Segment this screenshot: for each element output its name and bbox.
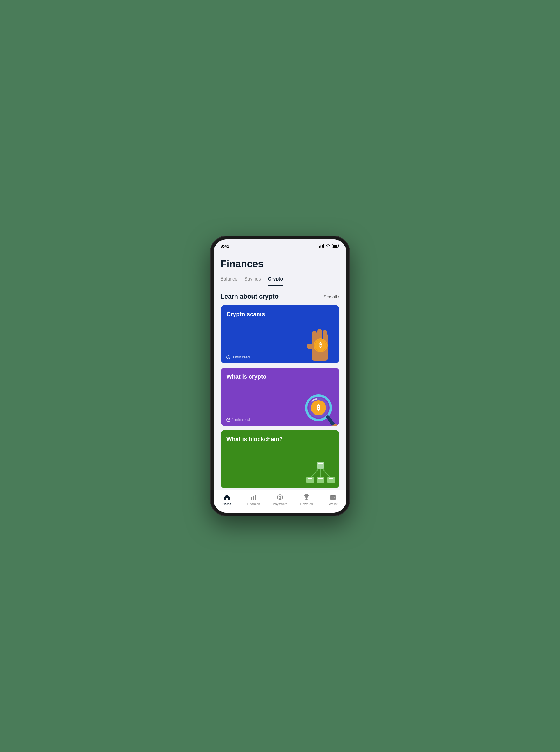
card-title-what-is-crypto: What is crypto — [226, 373, 266, 380]
nav-rewards-label: Rewards — [300, 502, 313, 506]
nav-wallet[interactable]: Wallet — [324, 493, 342, 506]
section-header: Learn about crypto See all › — [220, 293, 340, 301]
card-what-is-crypto[interactable]: What is crypto 1 min read ₿ — [220, 368, 340, 426]
svg-rect-6 — [333, 245, 338, 247]
hand-coin-illustration: ₿ — [302, 323, 337, 363]
svg-text:$: $ — [279, 495, 281, 500]
svg-text:₿: ₿ — [317, 403, 320, 411]
svg-rect-1 — [321, 245, 321, 248]
svg-rect-31 — [253, 496, 254, 500]
nav-home-label: Home — [222, 502, 231, 506]
phone-frame: 9:41 — [210, 236, 350, 516]
tab-crypto[interactable]: Crypto — [268, 276, 283, 286]
trophy-icon — [303, 493, 310, 501]
nav-rewards[interactable]: Rewards — [298, 493, 315, 506]
nav-finances[interactable]: Finances — [245, 493, 262, 506]
nav-payments-label: Payments — [273, 502, 287, 506]
status-time: 9:41 — [220, 244, 229, 248]
clock-icon — [226, 355, 231, 359]
svg-rect-40 — [331, 495, 335, 496]
svg-rect-39 — [334, 497, 335, 498]
status-icons — [319, 244, 340, 248]
clock-icon-2 — [226, 418, 231, 422]
tab-savings[interactable]: Savings — [244, 276, 261, 286]
magnifier-coin-illustration: ₿ — [299, 388, 337, 426]
svg-rect-30 — [251, 497, 252, 500]
card-title-what-is-blockchain: What is blockchain? — [226, 436, 283, 443]
nav-payments[interactable]: $ Payments — [271, 493, 289, 506]
card-what-is-blockchain[interactable]: What is blockchain? — [220, 430, 340, 488]
wifi-icon — [326, 244, 331, 248]
svg-text:₿: ₿ — [319, 341, 322, 349]
tabs-container: Balance Savings Crypto — [220, 276, 340, 286]
svg-rect-3 — [323, 244, 324, 248]
phone-screen: 9:41 — [214, 239, 346, 513]
home-icon — [223, 493, 231, 501]
svg-rect-5 — [339, 245, 340, 247]
svg-rect-35 — [306, 498, 307, 500]
status-bar: 9:41 — [214, 239, 346, 252]
blockchain-nodes-illustration — [302, 459, 337, 488]
content-area: Finances Balance Savings Crypto Learn ab… — [214, 252, 346, 490]
svg-rect-32 — [255, 495, 256, 500]
tab-balance[interactable]: Balance — [220, 276, 237, 286]
bar-chart-icon — [250, 493, 257, 501]
section-title: Learn about crypto — [220, 293, 279, 301]
svg-rect-41 — [331, 495, 335, 495]
nav-wallet-label: Wallet — [329, 502, 338, 506]
nav-home[interactable]: Home — [218, 493, 236, 506]
svg-rect-36 — [305, 500, 308, 500]
wallet-icon — [329, 493, 337, 501]
card-crypto-scams[interactable]: Crypto scams 3 min read — [220, 305, 340, 363]
card-read-time-crypto-scams: 3 min read — [226, 355, 250, 359]
battery-icon — [332, 244, 340, 248]
signal-icon — [319, 244, 324, 248]
cards-container: Crypto scams 3 min read — [220, 305, 340, 490]
card-read-time-what-is-crypto: 1 min read — [226, 418, 250, 422]
see-all-button[interactable]: See all › — [323, 294, 340, 299]
svg-rect-0 — [319, 246, 320, 248]
svg-rect-2 — [322, 245, 323, 248]
bottom-nav: Home Finances $ — [214, 490, 346, 513]
dollar-icon: $ — [276, 493, 284, 501]
nav-finances-label: Finances — [247, 502, 260, 506]
card-title-crypto-scams: Crypto scams — [226, 311, 265, 317]
page-title: Finances — [220, 258, 340, 269]
